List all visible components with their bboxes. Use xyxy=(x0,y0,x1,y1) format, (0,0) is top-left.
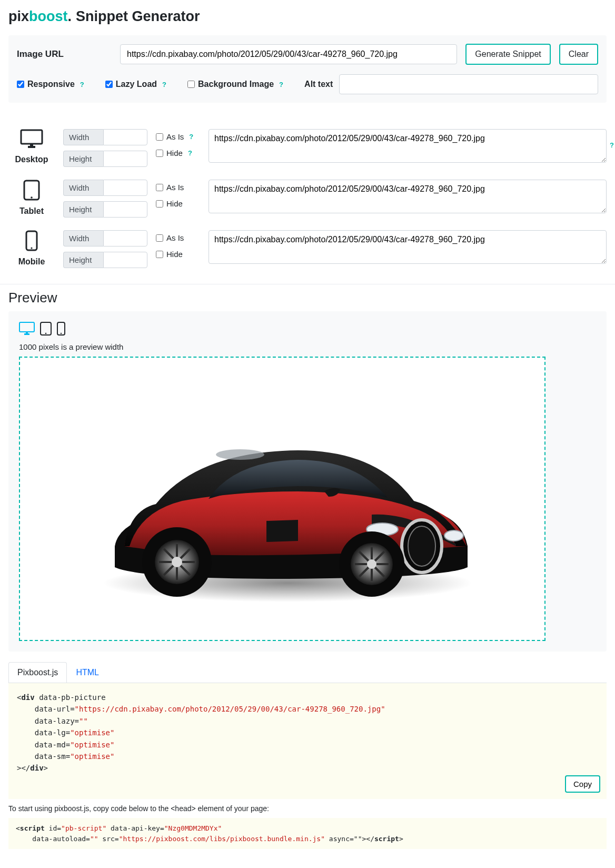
snippet-block: Pixboost.js HTML <div data-pb-picture da… xyxy=(8,662,607,799)
svg-point-11 xyxy=(45,333,47,334)
hide-option-desktop[interactable]: Hide ? xyxy=(156,149,200,157)
device-url-textarea-mobile[interactable]: https://cdn.pixabay.com/photo/2012/05/29… xyxy=(209,230,607,264)
logo: pixboost. xyxy=(8,8,72,25)
preview-image-box xyxy=(19,357,545,641)
alt-text-label: Alt text xyxy=(304,80,333,89)
height-label: Height xyxy=(63,252,103,268)
hide-label: Hide xyxy=(166,250,183,259)
logo-boost: boost xyxy=(29,8,68,24)
as-is-label: As Is xyxy=(166,233,184,242)
mobile-icon[interactable] xyxy=(57,322,65,339)
alt-text-input[interactable] xyxy=(339,74,598,94)
help-icon[interactable]: ? xyxy=(277,80,285,88)
height-label: Height xyxy=(63,201,103,218)
preview-block: 1000 pixels is a preview width xyxy=(8,311,607,652)
copy-button[interactable]: Copy xyxy=(565,775,600,793)
as-is-label: As Is xyxy=(166,132,184,141)
pixboost-note: To start using pixboost.js, copy code be… xyxy=(0,799,615,818)
mobile-icon xyxy=(25,230,38,254)
hide-checkbox[interactable] xyxy=(156,150,163,157)
header: pixboost. Snippet Generator xyxy=(8,8,607,25)
hide-label: Hide xyxy=(166,149,183,157)
svg-rect-0 xyxy=(21,130,42,144)
hide-label: Hide xyxy=(166,199,183,208)
preview-device-switcher xyxy=(19,322,596,339)
svg-point-13 xyxy=(61,333,62,334)
background-image-option[interactable]: Background Image ? xyxy=(187,80,285,89)
lazyload-option[interactable]: Lazy Load ? xyxy=(105,80,168,89)
tab-html[interactable]: HTML xyxy=(67,662,108,683)
device-url-textarea-tablet[interactable]: https://cdn.pixabay.com/photo/2012/05/29… xyxy=(209,180,607,213)
svg-rect-7 xyxy=(19,322,34,332)
preview-width-text: 1000 pixels is a preview width xyxy=(19,342,596,351)
device-label: Desktop xyxy=(15,155,48,164)
svg-point-16 xyxy=(408,526,435,566)
device-label: Mobile xyxy=(18,257,45,267)
logo-dot: . xyxy=(68,8,72,24)
preview-car-image xyxy=(77,388,488,609)
as-is-option-desktop[interactable]: As Is ? xyxy=(156,132,200,141)
lazyload-label: Lazy Load xyxy=(116,80,157,89)
logo-pix: pix xyxy=(8,8,29,24)
help-icon[interactable]: ? xyxy=(608,141,615,149)
svg-rect-1 xyxy=(28,146,35,148)
svg-point-32 xyxy=(367,559,376,569)
height-input-desktop[interactable] xyxy=(103,151,147,167)
preview-heading: Preview xyxy=(0,284,615,311)
hide-option-mobile[interactable]: Hide xyxy=(156,250,200,259)
hide-option-tablet[interactable]: Hide xyxy=(156,199,200,208)
image-url-input[interactable] xyxy=(120,44,457,64)
script-snippet: <script id="pb-script" data-api-key="Nzg… xyxy=(8,818,607,849)
snippet-tabs: Pixboost.js HTML xyxy=(8,662,607,683)
height-input-tablet[interactable] xyxy=(103,201,147,218)
svg-point-33 xyxy=(216,449,264,460)
snippet-code: <div data-pb-picture data-url="https://c… xyxy=(8,683,607,799)
as-is-label: As Is xyxy=(166,183,184,192)
width-label: Width xyxy=(63,180,103,196)
tab-pixboostjs[interactable]: Pixboost.js xyxy=(8,662,67,683)
as-is-checkbox[interactable] xyxy=(156,133,163,141)
device-row-tablet: Tablet Width Height As Is Hide xyxy=(8,174,607,225)
svg-rect-8 xyxy=(24,333,29,335)
width-input-mobile[interactable] xyxy=(103,230,147,246)
desktop-icon[interactable] xyxy=(19,322,35,339)
svg-rect-9 xyxy=(26,332,28,333)
background-image-checkbox[interactable] xyxy=(187,81,195,88)
svg-point-6 xyxy=(31,247,32,249)
height-input-mobile[interactable] xyxy=(103,252,147,268)
url-section: Image URL Generate Snippet Clear Respons… xyxy=(8,35,607,103)
help-icon[interactable]: ? xyxy=(160,80,168,88)
device-row-mobile: Mobile Width Height As Is Hide xyxy=(8,225,607,275)
desktop-icon xyxy=(20,129,43,152)
width-input-desktop[interactable] xyxy=(103,129,147,145)
as-is-option-mobile[interactable]: As Is xyxy=(156,233,200,242)
lazyload-checkbox[interactable] xyxy=(105,81,113,88)
width-label: Width xyxy=(63,230,103,246)
width-label: Width xyxy=(63,129,103,145)
svg-point-4 xyxy=(31,196,33,199)
device-url-textarea-desktop[interactable]: https://cdn.pixabay.com/photo/2012/05/29… xyxy=(209,129,607,163)
help-icon[interactable]: ? xyxy=(186,149,194,157)
as-is-checkbox[interactable] xyxy=(156,234,163,242)
svg-rect-2 xyxy=(30,144,33,146)
height-label: Height xyxy=(63,151,103,167)
as-is-option-tablet[interactable]: As Is xyxy=(156,183,200,192)
responsive-checkbox[interactable] xyxy=(17,81,24,88)
responsive-option[interactable]: Responsive ? xyxy=(17,80,86,89)
clear-button[interactable]: Clear xyxy=(559,44,598,65)
device-label: Tablet xyxy=(19,206,44,216)
page-title: Snippet Generator xyxy=(76,8,200,25)
generate-snippet-button[interactable]: Generate Snippet xyxy=(465,44,550,65)
help-icon[interactable]: ? xyxy=(187,133,195,141)
help-icon[interactable]: ? xyxy=(78,80,86,88)
hide-checkbox[interactable] xyxy=(156,200,163,208)
svg-point-18 xyxy=(444,530,463,541)
background-image-label: Background Image xyxy=(198,80,274,89)
tablet-icon xyxy=(23,180,40,203)
tablet-icon[interactable] xyxy=(40,322,52,339)
as-is-checkbox[interactable] xyxy=(156,184,163,191)
width-input-tablet[interactable] xyxy=(103,180,147,196)
device-row-desktop: Desktop Width Height As Is ? Hide ? xyxy=(8,124,607,174)
responsive-label: Responsive xyxy=(27,80,75,89)
hide-checkbox[interactable] xyxy=(156,251,163,258)
